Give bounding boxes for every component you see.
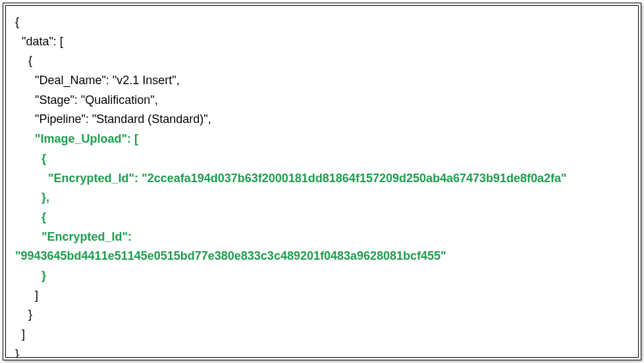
code-line-5: "Stage": "Qualification", [15,93,158,107]
code-line-13-highlighted: "9943645bd4411e51145e0515bd77e380e833c3c… [15,249,446,262]
code-line-8-highlighted: { [15,152,46,165]
json-code-block: { "data": [ { "Deal_Name": "v2.1 Insert"… [15,12,629,358]
code-line-15: ] [15,289,38,302]
code-snippet-outer-frame: { "data": [ { "Deal_Name": "v2.1 Insert"… [3,3,641,360]
code-line-18: } [15,347,19,358]
code-line-10-highlighted: }, [15,191,49,204]
code-line-4: "Deal_Name": "v2.1 Insert", [15,74,180,87]
code-line-9-highlighted: "Encrypted_Id": "2cceafa194d037b63f20001… [15,172,567,185]
code-line-14-highlighted: } [15,269,46,282]
code-line-1: { [15,15,19,28]
code-line-3: { [15,54,32,67]
code-line-12-highlighted: "Encrypted_Id": [15,230,132,243]
code-line-6: "Pipeline": "Standard (Standard)", [15,112,211,126]
code-line-16: } [15,308,32,321]
code-line-17: ] [15,327,25,341]
code-line-11-highlighted: { [15,210,46,224]
code-snippet-inner-frame: { "data": [ { "Deal_Name": "v2.1 Insert"… [5,5,639,358]
code-line-2: "data": [ [15,35,63,48]
code-line-7-highlighted: "Image_Upload": [ [15,132,138,145]
